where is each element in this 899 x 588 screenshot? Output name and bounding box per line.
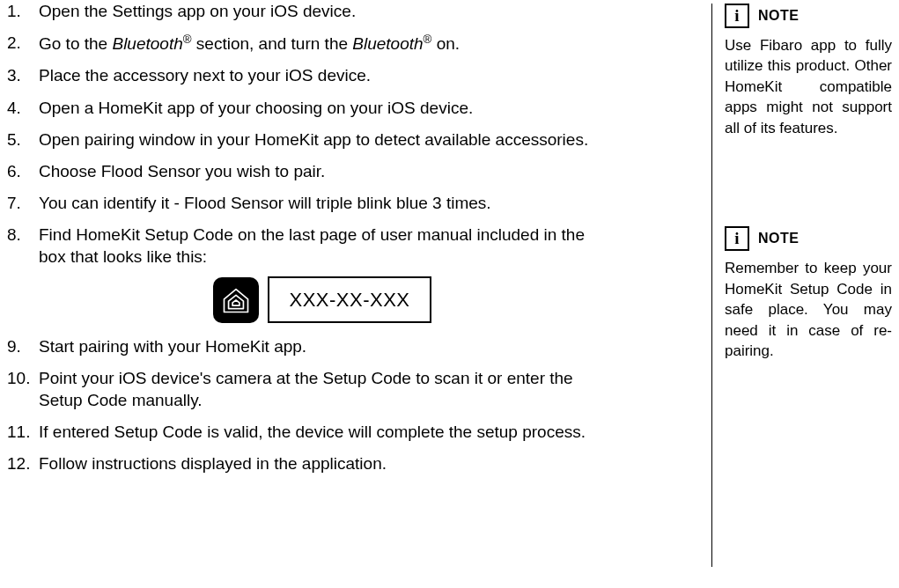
instructions-list: Open the Settings app on your iOS device… [7,0,606,474]
homekit-house-icon [220,284,252,316]
sidebar: i NOTE Use Fibaro app to fully utilize t… [711,4,892,567]
step-3: Place the accessory next to your iOS dev… [7,64,606,86]
main-content: Open the Settings app on your iOS device… [7,0,606,484]
note-header-1: i NOTE [725,4,892,28]
homekit-icon [213,277,259,323]
note-header-2: i NOTE [725,226,892,251]
step-7: You can identify it - Flood Sensor will … [7,192,606,214]
step-2-em2: Bluetooth® [352,34,431,53]
info-icon: i [725,4,749,28]
step-6: Choose Flood Sensor you wish to pair. [7,160,606,182]
step-2-em1: Bluetooth® [112,34,191,53]
step-9: Start pairing with your HomeKit app. [7,335,606,357]
info-icon: i [725,226,749,251]
note-body-2: Remember to keep your HomeKit Setup Code… [725,258,892,361]
step-2-text-mid: section, and turn the [192,34,353,53]
step-4: Open a HomeKit app of your choosing on y… [7,97,606,119]
step-8: Find HomeKit Setup Code on the last page… [7,224,606,323]
step-2-text-pre: Go to the [39,34,112,53]
setup-code-box: XXX-XX-XXX [268,276,431,323]
step-12: Follow instructions displayed in the app… [7,452,606,474]
homekit-code-row: XXX-XX-XXX [39,276,606,323]
step-8-text: Find HomeKit Setup Code on the last page… [39,225,585,266]
step-10: Point your iOS device's camera at the Se… [7,367,606,411]
step-2-text-post: on. [431,34,460,53]
step-2: Go to the Bluetooth® section, and turn t… [7,32,606,55]
step-1: Open the Settings app on your iOS device… [7,0,606,22]
step-5: Open pairing window in your HomeKit app … [7,129,606,151]
note-label-1: NOTE [758,8,799,24]
step-11: If entered Setup Code is valid, the devi… [7,421,606,443]
note-block-1: i NOTE Use Fibaro app to fully utilize t… [725,4,892,138]
note-block-2: i NOTE Remember to keep your HomeKit Set… [725,226,892,361]
note-body-1: Use Fibaro app to fully utilize this pro… [725,35,892,138]
note-label-2: NOTE [758,231,799,246]
